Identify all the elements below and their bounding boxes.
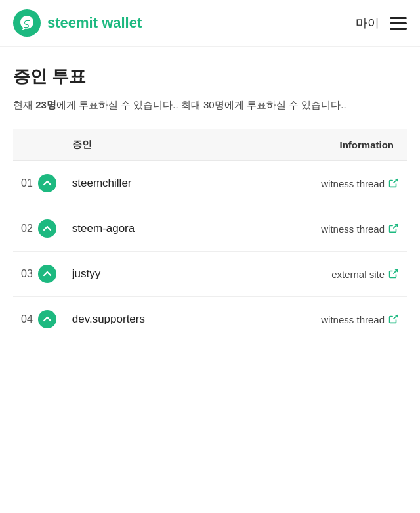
info-link[interactable]: witness thread xyxy=(321,222,399,236)
info-cell: witness thread xyxy=(222,161,407,206)
table-body: 01 steemchiller witness thread 02 xyxy=(13,161,407,342)
page-description: 현재 23명에게 투표하실 수 있습니다.. 최대 30명에게 투표하실 수 있… xyxy=(13,97,407,113)
info-cell: witness thread xyxy=(222,297,407,342)
vote-up-button[interactable] xyxy=(38,219,56,238)
table-header: 증인 Information xyxy=(13,129,407,161)
desc-bold: 23명 xyxy=(35,99,56,110)
row-num-cell: 04 xyxy=(13,297,64,342)
info-cell: witness thread xyxy=(222,206,407,252)
chevron-up-icon xyxy=(43,315,52,324)
row-num-container: 01 xyxy=(21,174,56,192)
table-row: 02 steem-agora witness thread xyxy=(13,206,407,252)
logo-area: steemit wallet xyxy=(13,9,142,37)
my-label[interactable]: 마이 xyxy=(356,15,379,31)
header: steemit wallet 마이 xyxy=(0,0,420,47)
header-actions: 마이 xyxy=(356,15,407,31)
hamburger-menu-button[interactable] xyxy=(390,17,407,30)
witness-name-cell: dev.supporters xyxy=(64,297,222,342)
steemit-logo-icon xyxy=(13,9,41,37)
row-num-container: 04 xyxy=(21,310,56,328)
hamburger-line-1 xyxy=(390,17,407,19)
witness-name-cell: steemchiller xyxy=(64,161,222,206)
external-link-icon xyxy=(387,268,399,280)
vote-up-button[interactable] xyxy=(38,174,56,192)
row-num-cell: 02 xyxy=(13,206,64,252)
witness-table: 증인 Information 01 steemchiller witness t… xyxy=(13,129,407,342)
row-num-cell: 01 xyxy=(13,161,64,206)
witness-name: justyy xyxy=(72,267,100,280)
hamburger-line-2 xyxy=(390,22,407,24)
info-link[interactable]: external site xyxy=(331,267,399,281)
row-number: 02 xyxy=(21,223,33,234)
row-num-cell: 03 xyxy=(13,252,64,297)
chevron-up-icon xyxy=(43,179,52,188)
row-num-container: 03 xyxy=(21,265,56,283)
external-link-icon xyxy=(387,313,399,325)
desc-part1: 현재 xyxy=(13,99,35,110)
col-header-info: Information xyxy=(222,129,407,161)
chevron-up-icon xyxy=(43,224,52,233)
row-num-container: 02 xyxy=(21,219,56,238)
row-number: 03 xyxy=(21,268,33,280)
table-row: 01 steemchiller witness thread xyxy=(13,161,407,206)
info-text: witness thread xyxy=(321,177,385,190)
witness-name-cell: justyy xyxy=(64,252,222,297)
external-link-icon xyxy=(387,177,399,189)
witness-name-cell: steem-agora xyxy=(64,206,222,252)
info-text: witness thread xyxy=(321,313,385,326)
main-content: 증인 투표 현재 23명에게 투표하실 수 있습니다.. 최대 30명에게 투표… xyxy=(0,47,420,355)
row-number: 01 xyxy=(21,177,33,189)
row-number: 04 xyxy=(21,313,33,325)
table-row: 03 justyy external site xyxy=(13,252,407,297)
witness-name: dev.supporters xyxy=(72,313,145,325)
info-cell: external site xyxy=(222,252,407,297)
chevron-up-icon xyxy=(43,269,52,279)
vote-up-button[interactable] xyxy=(38,265,56,283)
col-header-num xyxy=(13,129,64,161)
info-text: witness thread xyxy=(321,222,385,236)
info-link[interactable]: witness thread xyxy=(321,177,399,190)
hamburger-line-3 xyxy=(390,28,407,30)
logo-text: steemit wallet xyxy=(47,14,142,32)
page-title: 증인 투표 xyxy=(13,65,407,88)
info-text: external site xyxy=(331,267,385,281)
col-header-witness: 증인 xyxy=(64,129,222,161)
witness-name: steem-agora xyxy=(72,222,135,234)
vote-up-button[interactable] xyxy=(38,310,56,328)
desc-part2: 에게 투표하실 수 있습니다.. 최대 30명에게 투표하실 수 있습니다.. xyxy=(56,99,346,110)
external-link-icon xyxy=(387,223,399,234)
witness-name: steemchiller xyxy=(72,177,132,189)
table-row: 04 dev.supporters witness thread xyxy=(13,297,407,342)
info-link[interactable]: witness thread xyxy=(321,313,399,326)
